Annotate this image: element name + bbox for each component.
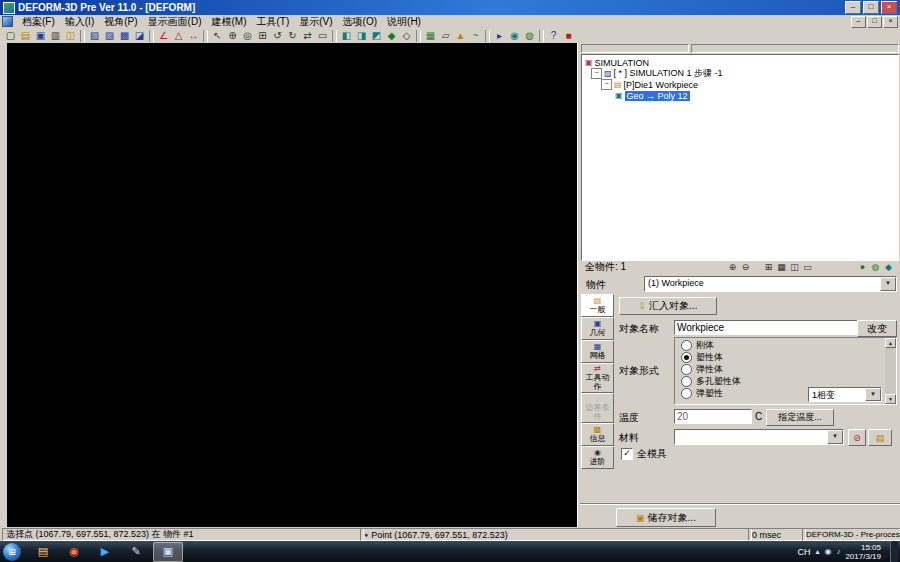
object-zoom-out-icon[interactable]: ⊖ [739, 262, 752, 272]
change-name-button[interactable]: 改变 [857, 320, 897, 337]
show-shade-icon[interactable]: ◆ [882, 262, 895, 272]
menu-display[interactable]: 显示(V) [294, 15, 337, 29]
zoom-in-icon[interactable]: ⊕ [225, 29, 240, 42]
mdi-minimize-button[interactable]: – [851, 16, 866, 28]
tab-info[interactable]: ▩ 信息 [581, 423, 614, 446]
objects-icon[interactable]: ▧ [87, 29, 102, 42]
angle-icon[interactable]: △ [171, 29, 186, 42]
menu-tools[interactable]: 工具(T) [251, 15, 294, 29]
scroll-down-icon[interactable]: ▼ [885, 394, 896, 404]
maximize-button[interactable]: □ [863, 1, 879, 14]
rotate-ccw-icon[interactable]: ↺ [270, 29, 285, 42]
distance-icon[interactable]: ↔ [186, 29, 201, 42]
close-button[interactable]: × [881, 1, 897, 14]
database-icon[interactable]: ◫ [63, 29, 78, 42]
assign-temperature-button[interactable]: 指定温度... [766, 409, 834, 426]
wireframe-icon[interactable]: ◇ [399, 29, 414, 42]
all-die-checkbox[interactable]: ✓ 全模具 [621, 447, 667, 461]
view-mesh-icon[interactable]: ▦ [775, 262, 788, 272]
open-folder-icon[interactable]: ▤ [18, 29, 33, 42]
tab-mesh[interactable]: ▦ 网格 [581, 340, 614, 363]
object-type-elastic[interactable]: 弹性体 [681, 364, 723, 375]
object-type-porous[interactable]: 多孔塑性体 [681, 376, 741, 387]
start-button[interactable]: ⊞ [3, 543, 21, 561]
tab-movement[interactable]: ⇄ 工具动作 [581, 363, 614, 393]
minimize-button[interactable]: – [845, 1, 861, 14]
shaded-icon[interactable]: ◆ [384, 29, 399, 42]
menu-view-angle[interactable]: 视角(P) [99, 15, 142, 29]
globe-icon[interactable]: ◍ [522, 29, 537, 42]
tab-general[interactable]: ▤ 一般 [581, 294, 614, 317]
show-mesh-icon[interactable]: ◍ [869, 262, 882, 272]
mdi-close-button[interactable]: × [883, 16, 898, 28]
volume-icon[interactable]: ♪ [836, 547, 840, 556]
stop-icon[interactable]: ■ [561, 29, 576, 42]
hidden-icons-icon[interactable]: ▴ [815, 547, 819, 556]
curve-icon[interactable]: ~ [468, 29, 483, 42]
tree-node-geometry[interactable]: ▣ Geo → Poly 12 [615, 90, 690, 101]
new-document-icon[interactable]: ▢ [3, 29, 18, 42]
clear-material-button[interactable]: ⊘ [848, 429, 866, 446]
type-list-scrollbar[interactable]: ▲ ▼ [885, 338, 896, 404]
view-fit-icon[interactable]: ▭ [801, 262, 814, 272]
iso-view-icon[interactable]: ◩ [369, 29, 384, 42]
language-indicator[interactable]: CH [797, 547, 810, 557]
phase-select[interactable]: 1相变 ▼ [808, 387, 882, 402]
taskbar-item-media-player[interactable]: ▶ [91, 543, 119, 561]
material-library-button[interactable]: ▤ [868, 429, 892, 446]
temperature-input[interactable] [674, 409, 752, 424]
menu-display-window[interactable]: 显示画面(D) [143, 15, 207, 29]
report-icon[interactable]: ◪ [132, 29, 147, 42]
show-desktop-button[interactable] [890, 541, 898, 562]
slice-icon[interactable]: ▱ [438, 29, 453, 42]
chevron-down-icon[interactable]: ▼ [865, 388, 881, 401]
show-all-icon[interactable]: ● [856, 262, 869, 272]
fit-view-icon[interactable]: ▭ [315, 29, 330, 42]
menu-modeling[interactable]: 建模(M) [206, 15, 251, 29]
object-type-elastoplastic[interactable]: 弹塑性 [681, 388, 723, 399]
scroll-up-icon[interactable]: ▲ [885, 338, 896, 348]
chevron-down-icon[interactable]: ▼ [880, 277, 896, 291]
tree-node-simulation-1[interactable]: − ▨ [ * ] SIMULATION 1 步骤 -1 [591, 68, 722, 79]
network-icon[interactable]: ◉ [824, 547, 831, 556]
taskbar-item-gimp[interactable]: ✎ [122, 543, 150, 561]
chevron-down-icon[interactable]: ▼ [827, 430, 843, 444]
material-select[interactable]: ▼ [674, 429, 844, 445]
magnifier-icon[interactable]: ◎ [240, 29, 255, 42]
front-view-icon[interactable]: ◧ [339, 29, 354, 42]
mdi-restore-button[interactable]: □ [867, 16, 882, 28]
tab-geometry[interactable]: ▣ 几何 [581, 317, 614, 340]
menu-options[interactable]: 选项(O) [338, 15, 382, 29]
view-copy-icon[interactable]: ◫ [788, 262, 801, 272]
taskbar-item-deform-active[interactable]: ▣ [153, 542, 183, 562]
object-zoom-in-icon[interactable]: ⊕ [726, 262, 739, 272]
mesh-icon[interactable]: ▦ [423, 29, 438, 42]
save-object-button[interactable]: ▣ 储存对象... [616, 508, 716, 527]
collapse-icon[interactable]: − [591, 68, 602, 79]
object-select[interactable]: (1) Workpiece ▼ [644, 276, 897, 292]
taskbar-item-browser[interactable]: ◉ [60, 543, 88, 561]
3d-viewport[interactable] [7, 43, 577, 527]
pan-icon[interactable]: ⇄ [300, 29, 315, 42]
print-icon[interactable]: ▥ [48, 29, 63, 42]
ruler-icon[interactable]: ∠ [156, 29, 171, 42]
memo-icon[interactable]: ▩ [117, 29, 132, 42]
taskbar-item-folder[interactable]: ▤ [29, 543, 57, 561]
positioner-icon[interactable]: ▨ [102, 29, 117, 42]
snapshot-icon[interactable]: ◉ [507, 29, 522, 42]
save-icon[interactable]: ▣ [33, 29, 48, 42]
menu-file[interactable]: 档案(F) [17, 15, 60, 29]
zoom-window-icon[interactable]: ⊞ [255, 29, 270, 42]
graph-icon[interactable]: ▲ [453, 29, 468, 42]
top-view-icon[interactable]: ◨ [354, 29, 369, 42]
object-name-input[interactable] [674, 320, 864, 335]
rotate-cw-icon[interactable]: ↻ [285, 29, 300, 42]
collapse-icon[interactable]: − [601, 79, 612, 90]
menu-input[interactable]: 输入(I) [60, 15, 99, 29]
import-object-button[interactable]: ⇩ 汇入对象... [619, 297, 717, 315]
menu-help[interactable]: 说明(H) [382, 15, 426, 29]
tab-advanced[interactable]: ◉ 进阶 [581, 446, 614, 469]
clock[interactable]: 15:05 2017/3/19 [845, 543, 885, 561]
view-grid-icon[interactable]: ⊞ [762, 262, 775, 272]
object-type-rigid[interactable]: 刚体 [681, 340, 714, 351]
